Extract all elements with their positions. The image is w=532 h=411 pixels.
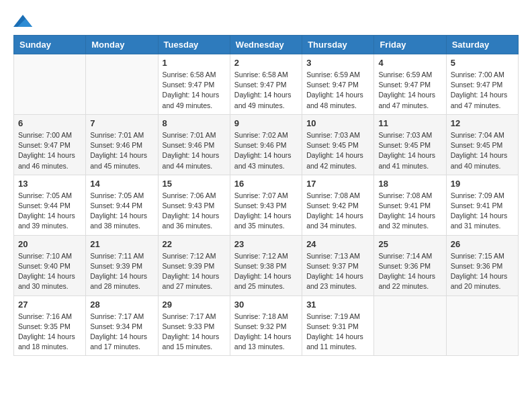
weekday-header: Friday bbox=[374, 36, 446, 54]
day-number: 21 bbox=[90, 239, 153, 249]
day-info: Sunrise: 7:18 AMSunset: 9:32 PMDaylight:… bbox=[234, 312, 298, 353]
calendar-cell: 29Sunrise: 7:17 AMSunset: 9:33 PMDayligh… bbox=[158, 295, 230, 356]
day-number: 12 bbox=[451, 118, 514, 128]
day-info: Sunrise: 6:58 AMSunset: 9:47 PMDaylight:… bbox=[163, 70, 226, 111]
calendar-cell: 1Sunrise: 6:58 AMSunset: 9:47 PMDaylight… bbox=[158, 54, 230, 115]
day-info: Sunrise: 7:06 AMSunset: 9:43 PMDaylight:… bbox=[163, 191, 226, 232]
day-number: 9 bbox=[234, 118, 298, 128]
calendar-cell: 5Sunrise: 7:00 AMSunset: 9:47 PMDaylight… bbox=[446, 54, 518, 115]
day-number: 1 bbox=[163, 58, 226, 68]
day-info: Sunrise: 7:03 AMSunset: 9:45 PMDaylight:… bbox=[306, 130, 369, 171]
calendar-cell: 31Sunrise: 7:19 AMSunset: 9:31 PMDayligh… bbox=[302, 295, 374, 356]
calendar-cell: 11Sunrise: 7:03 AMSunset: 9:45 PMDayligh… bbox=[374, 114, 446, 175]
calendar-cell: 19Sunrise: 7:09 AMSunset: 9:41 PMDayligh… bbox=[446, 175, 518, 235]
day-number: 8 bbox=[163, 118, 226, 128]
day-info: Sunrise: 7:09 AMSunset: 9:41 PMDaylight:… bbox=[451, 191, 514, 232]
day-number: 18 bbox=[378, 179, 441, 189]
day-number: 20 bbox=[18, 239, 81, 249]
day-info: Sunrise: 7:12 AMSunset: 9:39 PMDaylight:… bbox=[163, 251, 226, 292]
day-info: Sunrise: 7:07 AMSunset: 9:43 PMDaylight:… bbox=[234, 191, 298, 232]
day-info: Sunrise: 6:59 AMSunset: 9:47 PMDaylight:… bbox=[378, 70, 441, 111]
calendar-cell: 10Sunrise: 7:03 AMSunset: 9:45 PMDayligh… bbox=[302, 114, 374, 175]
day-number: 15 bbox=[163, 179, 226, 189]
day-info: Sunrise: 7:10 AMSunset: 9:40 PMDaylight:… bbox=[18, 251, 81, 292]
day-number: 30 bbox=[234, 300, 298, 310]
day-number: 26 bbox=[451, 239, 514, 249]
day-number: 27 bbox=[18, 300, 81, 310]
calendar-cell bbox=[86, 54, 158, 115]
weekday-header: Thursday bbox=[302, 36, 374, 54]
calendar-cell: 9Sunrise: 7:02 AMSunset: 9:46 PMDaylight… bbox=[230, 114, 302, 175]
calendar-cell: 6Sunrise: 7:00 AMSunset: 9:47 PMDaylight… bbox=[14, 114, 86, 175]
calendar-cell: 23Sunrise: 7:12 AMSunset: 9:38 PMDayligh… bbox=[230, 235, 302, 295]
day-info: Sunrise: 7:08 AMSunset: 9:41 PMDaylight:… bbox=[378, 191, 441, 232]
day-number: 29 bbox=[163, 300, 226, 310]
calendar-cell: 12Sunrise: 7:04 AMSunset: 9:45 PMDayligh… bbox=[446, 114, 518, 175]
calendar-cell: 13Sunrise: 7:05 AMSunset: 9:44 PMDayligh… bbox=[14, 175, 86, 235]
calendar-cell: 15Sunrise: 7:06 AMSunset: 9:43 PMDayligh… bbox=[158, 175, 230, 235]
day-info: Sunrise: 7:08 AMSunset: 9:42 PMDaylight:… bbox=[306, 191, 369, 232]
day-number: 14 bbox=[90, 179, 153, 189]
day-info: Sunrise: 7:04 AMSunset: 9:45 PMDaylight:… bbox=[451, 130, 514, 171]
calendar-cell bbox=[374, 295, 446, 356]
day-info: Sunrise: 7:19 AMSunset: 9:31 PMDaylight:… bbox=[306, 312, 369, 353]
weekday-header: Wednesday bbox=[230, 36, 302, 54]
day-info: Sunrise: 7:11 AMSunset: 9:39 PMDaylight:… bbox=[90, 251, 153, 292]
day-number: 16 bbox=[234, 179, 298, 189]
day-info: Sunrise: 7:16 AMSunset: 9:35 PMDaylight:… bbox=[18, 312, 81, 353]
day-info: Sunrise: 6:58 AMSunset: 9:47 PMDaylight:… bbox=[234, 70, 298, 111]
day-number: 28 bbox=[90, 300, 153, 310]
calendar-cell bbox=[446, 295, 518, 356]
day-info: Sunrise: 7:17 AMSunset: 9:33 PMDaylight:… bbox=[163, 312, 226, 353]
day-number: 19 bbox=[451, 179, 514, 189]
day-number: 11 bbox=[378, 118, 441, 128]
calendar-cell: 16Sunrise: 7:07 AMSunset: 9:43 PMDayligh… bbox=[230, 175, 302, 235]
day-number: 5 bbox=[451, 58, 514, 68]
weekday-header: Saturday bbox=[446, 36, 518, 54]
weekday-header: Monday bbox=[86, 36, 158, 54]
day-number: 10 bbox=[306, 118, 369, 128]
day-info: Sunrise: 6:59 AMSunset: 9:47 PMDaylight:… bbox=[306, 70, 369, 111]
day-info: Sunrise: 7:01 AMSunset: 9:46 PMDaylight:… bbox=[90, 130, 153, 171]
calendar-cell: 27Sunrise: 7:16 AMSunset: 9:35 PMDayligh… bbox=[14, 295, 86, 356]
calendar-cell: 3Sunrise: 6:59 AMSunset: 9:47 PMDaylight… bbox=[302, 54, 374, 115]
calendar-table: SundayMondayTuesdayWednesdayThursdayFrid… bbox=[13, 35, 519, 356]
day-number: 24 bbox=[306, 239, 369, 249]
page-header bbox=[13, 13, 519, 28]
logo bbox=[13, 13, 35, 28]
day-number: 6 bbox=[18, 118, 81, 128]
day-number: 4 bbox=[378, 58, 441, 68]
weekday-header: Tuesday bbox=[158, 36, 230, 54]
day-number: 2 bbox=[234, 58, 298, 68]
calendar-cell: 25Sunrise: 7:14 AMSunset: 9:36 PMDayligh… bbox=[374, 235, 446, 295]
calendar-cell bbox=[14, 54, 86, 115]
day-info: Sunrise: 7:00 AMSunset: 9:47 PMDaylight:… bbox=[18, 130, 81, 171]
calendar-cell: 18Sunrise: 7:08 AMSunset: 9:41 PMDayligh… bbox=[374, 175, 446, 235]
calendar-cell: 26Sunrise: 7:15 AMSunset: 9:36 PMDayligh… bbox=[446, 235, 518, 295]
calendar-cell: 17Sunrise: 7:08 AMSunset: 9:42 PMDayligh… bbox=[302, 175, 374, 235]
calendar-cell: 22Sunrise: 7:12 AMSunset: 9:39 PMDayligh… bbox=[158, 235, 230, 295]
day-number: 31 bbox=[306, 300, 369, 310]
day-info: Sunrise: 7:15 AMSunset: 9:36 PMDaylight:… bbox=[451, 251, 514, 292]
day-info: Sunrise: 7:01 AMSunset: 9:46 PMDaylight:… bbox=[163, 130, 226, 171]
calendar-cell: 20Sunrise: 7:10 AMSunset: 9:40 PMDayligh… bbox=[14, 235, 86, 295]
calendar-cell: 21Sunrise: 7:11 AMSunset: 9:39 PMDayligh… bbox=[86, 235, 158, 295]
day-info: Sunrise: 7:12 AMSunset: 9:38 PMDaylight:… bbox=[234, 251, 298, 292]
day-info: Sunrise: 7:03 AMSunset: 9:45 PMDaylight:… bbox=[378, 130, 441, 171]
logo-icon bbox=[13, 13, 32, 28]
calendar-cell: 2Sunrise: 6:58 AMSunset: 9:47 PMDaylight… bbox=[230, 54, 302, 115]
day-info: Sunrise: 7:14 AMSunset: 9:36 PMDaylight:… bbox=[378, 251, 441, 292]
day-number: 17 bbox=[306, 179, 369, 189]
day-info: Sunrise: 7:00 AMSunset: 9:47 PMDaylight:… bbox=[451, 70, 514, 111]
calendar-cell: 28Sunrise: 7:17 AMSunset: 9:34 PMDayligh… bbox=[86, 295, 158, 356]
calendar-cell: 7Sunrise: 7:01 AMSunset: 9:46 PMDaylight… bbox=[86, 114, 158, 175]
day-info: Sunrise: 7:17 AMSunset: 9:34 PMDaylight:… bbox=[90, 312, 153, 353]
day-number: 23 bbox=[234, 239, 298, 249]
day-number: 13 bbox=[18, 179, 81, 189]
day-number: 22 bbox=[163, 239, 226, 249]
day-info: Sunrise: 7:13 AMSunset: 9:37 PMDaylight:… bbox=[306, 251, 369, 292]
day-info: Sunrise: 7:05 AMSunset: 9:44 PMDaylight:… bbox=[90, 191, 153, 232]
day-number: 25 bbox=[378, 239, 441, 249]
day-number: 7 bbox=[90, 118, 153, 128]
calendar-cell: 14Sunrise: 7:05 AMSunset: 9:44 PMDayligh… bbox=[86, 175, 158, 235]
